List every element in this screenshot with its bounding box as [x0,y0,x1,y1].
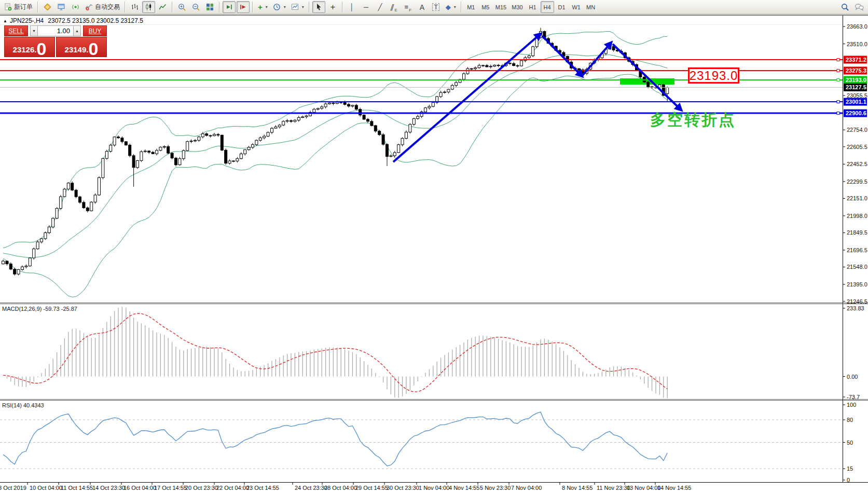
tile-windows-button[interactable] [203,1,216,13]
macd-indicator-label: MACD(12,26,9) -59.73 -25.87 [2,306,77,312]
trendline-icon: ╱ [378,4,382,10]
chevron-down-icon: ▾ [454,5,456,9]
templates-button[interactable]: ▾ [289,1,306,13]
toolbar-separator [125,2,126,12]
buy-price-button[interactable]: 23149.0 [56,37,107,57]
auto-trading-label: 自动交易 [95,3,120,11]
time-axis-label: 16 Oct 04:00 [123,485,156,491]
sell-price-int: 23126 [13,46,35,53]
chevron-down-icon: ▾ [284,5,286,9]
buy-price-int: 23149 [65,46,87,53]
shapes-button[interactable]: ◆ ▾ [444,1,458,13]
axis-tick-label: 21998.0 [847,213,867,219]
time-axis-label: 11 Nov 23:30 [597,485,630,491]
timeframe-w1-button[interactable]: W1 [570,1,583,13]
cursor-button[interactable] [312,1,325,13]
strategy-tester-button[interactable] [69,1,82,13]
ohlc-label: 23072.5 23135.0 23002.5 23127.5 [48,17,143,24]
timeframe-m30-button[interactable]: M30 [509,1,525,13]
text-label-icon: T [432,3,439,11]
search-button[interactable] [838,1,851,13]
timeframe-h1-button[interactable]: H1 [526,1,540,13]
timeframe-m15-button[interactable]: M15 [493,1,508,13]
axis-tick-label: 50 [847,440,853,446]
crosshair-icon: + [330,3,335,11]
axis-tick-label: 21548.0 [847,264,867,270]
time-axis[interactable]: 8 Oct 201910 Oct 04:0011 Oct 14:5514 Oct… [0,482,868,491]
toolbar-separator [252,2,253,12]
indicators-button[interactable]: + ▾ [256,1,270,13]
search-icon [841,3,849,11]
text-tool-button[interactable]: A [416,1,429,13]
sell-button[interactable]: SELL [4,25,28,36]
trendline-button[interactable]: ╱ [374,1,387,13]
time-axis-label: 14 Oct 23:30 [92,485,125,491]
time-axis-label: 13 Nov 04:00 [627,485,660,491]
auto-scroll-icon [225,3,233,11]
svg-text:22900.6: 22900.6 [846,110,866,116]
text-tool-icon: A [420,4,424,11]
horizontal-line-button[interactable]: ─ [360,1,373,13]
turning-point-annotation[interactable]: 多空转折点 [650,109,736,131]
fibonacci-button[interactable]: ≡ F [402,1,415,13]
auto-trading-icon [85,3,93,11]
chevron-down-icon: ▾ [266,5,268,9]
time-axis-label: 30 Oct 23:30 [387,485,419,491]
equidistant-channel-button[interactable]: ∥ E [388,1,401,13]
axis-tick-label: 22151.0 [847,195,867,201]
price-level-annotation[interactable]: 23193.0 [688,67,739,84]
zoom-out-button[interactable] [189,1,202,13]
strategy-tester-icon [72,3,79,11]
timeframe-mn-button[interactable]: MN [584,1,598,13]
cursor-icon [315,3,323,11]
vertical-line-icon: │ [350,4,354,10]
new-order-button[interactable]: 新订单 [2,1,35,13]
horizontal-line-icon: ─ [364,4,368,10]
axis-tick-label: 21246.5 [847,298,867,305]
zoom-in-button[interactable] [175,1,188,13]
indicators-icon: + [258,3,263,11]
time-axis-label: 17 Oct 14:55 [154,485,187,491]
candles[interactable] [2,28,669,276]
svg-text:23275.3: 23275.3 [846,67,866,74]
bar-chart-button[interactable] [128,1,141,13]
market-watch-button[interactable] [41,1,54,13]
buy-button[interactable]: BUY [83,25,107,36]
svg-text:23127.5: 23127.5 [846,84,866,90]
price-axis[interactable]: 23663.023510.023055.522754.022605.522452… [843,16,867,483]
timeframe-h4-button[interactable]: H4 [541,1,554,13]
toolbar-separator [37,2,38,12]
volume-input[interactable] [38,25,73,36]
auto-scroll-button[interactable] [223,1,236,13]
time-axis-label: 7 Nov 04:00 [511,485,542,491]
time-axis-label: 29 Oct 14:55 [355,485,388,491]
periods-button[interactable]: ▾ [271,1,288,13]
auto-trading-button[interactable]: 自动交易 [83,1,122,13]
volume-increase-button[interactable]: ▲ [73,25,81,36]
text-label-button[interactable]: T [430,1,443,13]
timeframe-m1-button[interactable]: M1 [464,1,478,13]
candle-chart-button[interactable] [142,1,155,13]
volume-decrease-button[interactable]: ▼ [30,25,38,36]
level-lines[interactable] [0,58,843,114]
chat-button[interactable] [852,1,866,13]
toolbar-separator [219,2,220,12]
collapse-panel-icon[interactable]: ▲ [3,19,7,23]
time-axis-label: 8 Nov 14:55 [562,485,593,491]
axis-tick-label: 21696.5 [847,247,867,253]
timeframe-d1-button[interactable]: D1 [555,1,569,13]
zoom-in-icon [178,3,186,11]
vertical-line-button[interactable]: │ [346,1,359,13]
time-axis-label: 24 Oct 23:30 [295,485,327,491]
pane-separators [0,303,868,401]
clock-icon [273,3,281,11]
timeframe-m5-button[interactable]: M5 [479,1,492,13]
crosshair-button[interactable]: + [326,1,339,13]
toolbar-separator [172,2,173,12]
trend-arrow [393,34,541,162]
terminal-window-button[interactable] [55,1,68,13]
chart-shift-button[interactable] [237,1,250,13]
sell-price-button[interactable]: 23126.0 [4,37,55,57]
terminal-window-icon [58,3,65,11]
line-chart-button[interactable] [156,1,169,13]
